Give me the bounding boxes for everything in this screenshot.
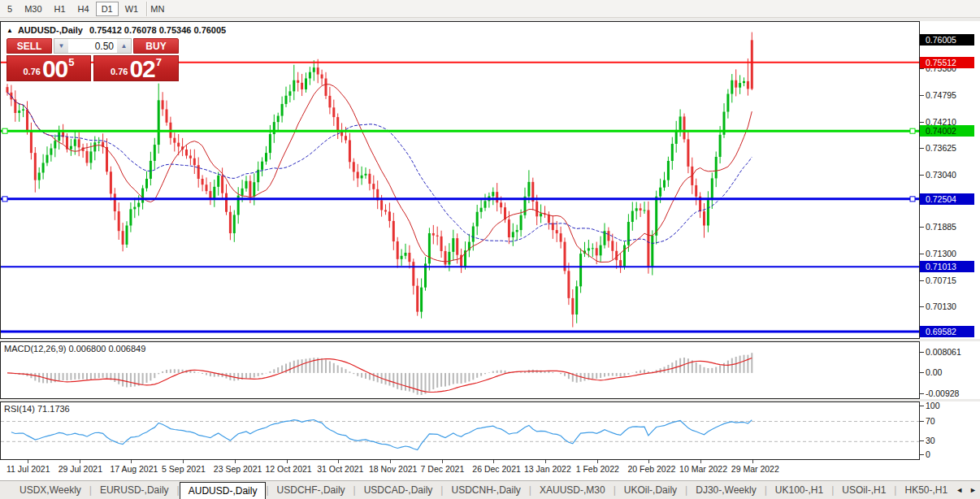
chart-tab-usdx-weekly[interactable]: USDX,Weekly [11, 481, 89, 499]
date-axis-tick [752, 460, 753, 463]
chart-tab-usdcnh-daily[interactable]: USDCNH-,Daily [443, 481, 528, 499]
candle-body [644, 210, 646, 211]
line-handle[interactable] [910, 128, 915, 133]
candle-body [416, 286, 418, 312]
macd-axis-label: 0.00 [926, 367, 942, 377]
volume-input[interactable] [68, 39, 117, 53]
candle-body [158, 100, 160, 145]
timeframe-button-H4[interactable]: H4 [72, 2, 95, 16]
one-click-collapse-icon[interactable]: ▲ [7, 27, 13, 34]
date-axis-label: 17 Aug 2021 [110, 464, 158, 474]
line-handle[interactable] [2, 128, 7, 133]
chart-tab-usdcad-daily[interactable]: USDCAD-,Daily [356, 481, 441, 499]
candle-body [703, 211, 705, 225]
date-axis-tick [648, 460, 649, 463]
sell-price-button[interactable]: 0.76 00 5 [7, 55, 91, 81]
timeframe-button-MN[interactable]: MN [145, 2, 170, 16]
sell-button[interactable]: SELL [7, 38, 52, 54]
candle-body [110, 171, 112, 193]
timeframe-button-W1[interactable]: W1 [119, 2, 145, 16]
price-axis-label: 0.74795 [926, 90, 956, 100]
price-axis-tick [920, 280, 924, 281]
chart-tab-xauusd-m30[interactable]: XAUUSD-,M30 [531, 481, 614, 499]
candle-body [401, 256, 403, 259]
one-click-trade-panel: SELL ▼ ▲ BUY 0.76 00 5 0.76 02 7 [7, 38, 179, 81]
line-handle[interactable] [2, 197, 7, 202]
buy-price-pip: 7 [156, 56, 162, 68]
candle-body [372, 184, 375, 189]
candle-body [361, 176, 363, 179]
candle-body [548, 215, 550, 223]
line-handle[interactable] [910, 197, 915, 202]
macd-axis-tick [920, 393, 924, 394]
candle-body [221, 176, 223, 193]
candle-body [731, 80, 733, 94]
candle-body [496, 192, 498, 202]
timeframe-button-H1[interactable]: H1 [49, 2, 72, 16]
timeframe-button-5[interactable]: 5 [2, 2, 18, 16]
buy-price-button[interactable]: 0.76 02 7 [93, 55, 179, 81]
candle-body [30, 132, 33, 153]
chart-tab-hk50-h1[interactable]: HK50-,H1 [896, 481, 956, 499]
tabs-scroll-right-icon[interactable]: ► [969, 486, 977, 494]
volume-increase-icon[interactable]: ▲ [117, 39, 131, 53]
chart-tab-dj30-weekly[interactable]: DJ30-,Weekly [687, 481, 764, 499]
candle-body [436, 236, 439, 236]
date-axis-label: 5 Sep 2021 [162, 464, 206, 474]
candle-body [611, 241, 614, 250]
candle-body [50, 149, 52, 155]
date-axis-tick [493, 460, 494, 463]
price-axis-label: 0.73040 [926, 170, 956, 180]
date-axis-tick [390, 460, 391, 463]
candle-body [456, 238, 458, 255]
chart-tab-usdchf-daily[interactable]: USDCHF-,Daily [269, 481, 353, 499]
volume-decrease-icon[interactable]: ▼ [54, 39, 68, 53]
candle-body [353, 162, 355, 171]
buy-price-prefix: 0.76 [111, 67, 128, 76]
buy-button[interactable]: BUY [133, 38, 179, 54]
candle-body [86, 151, 89, 163]
candle-body [78, 139, 80, 147]
rsi-panel[interactable] [0, 401, 920, 460]
candle-body [655, 197, 657, 236]
rsi-axis-label: 100 [926, 401, 940, 410]
rsi-canvas[interactable] [1, 402, 919, 459]
candle-body [647, 210, 649, 267]
time-axis[interactable]: 11 Jul 202129 Jul 202117 Aug 20215 Sep 2… [0, 460, 980, 480]
candle-body [440, 236, 443, 251]
candle-body [273, 122, 275, 134]
date-axis-tick [442, 460, 443, 463]
candle-body [129, 209, 132, 225]
candle-body [397, 241, 399, 259]
price-axis-tick [920, 122, 924, 123]
candle-body [619, 260, 622, 267]
price-axis-tick [920, 306, 924, 307]
candle-body [711, 178, 713, 200]
tab-scroll-buttons: ◄ ► [956, 481, 977, 499]
timeframe-button-M30[interactable]: M30 [19, 2, 47, 16]
rsi-axis-label: 70 [926, 416, 935, 426]
chart-tab-uk100-h1[interactable]: UK100-,H1 [767, 481, 831, 499]
chart-tab-ukoil-daily[interactable]: UKOil-,Daily [616, 481, 685, 499]
chart-tab-audusd-daily[interactable]: AUDUSD-,Daily [180, 482, 267, 499]
timeframe-button-D1[interactable]: D1 [96, 2, 119, 16]
candle-body [743, 81, 745, 83]
candle-body [368, 174, 371, 184]
rsi-axis-label: 0 [926, 449, 930, 459]
candle-body [225, 193, 228, 212]
candle-body [249, 181, 251, 197]
candle-body [392, 221, 395, 241]
chart-tab-usoil-h1[interactable]: USOil-,H1 [834, 481, 894, 499]
candle-body [118, 211, 120, 231]
candle-body [98, 142, 100, 143]
candle-body [106, 147, 108, 171]
candle-body [253, 182, 255, 197]
candle-body [137, 203, 140, 207]
date-axis-tick [545, 460, 546, 463]
date-axis-label: 13 Jan 2022 [524, 464, 571, 474]
date-axis-tick [235, 460, 236, 463]
candle-body [512, 232, 514, 237]
ohlc-values: 0.75412 0.76078 0.75346 0.76005 [89, 25, 226, 35]
tabs-scroll-left-icon[interactable]: ◄ [956, 486, 963, 494]
chart-tab-eurusd-daily[interactable]: EURUSD-,Daily [92, 481, 177, 499]
